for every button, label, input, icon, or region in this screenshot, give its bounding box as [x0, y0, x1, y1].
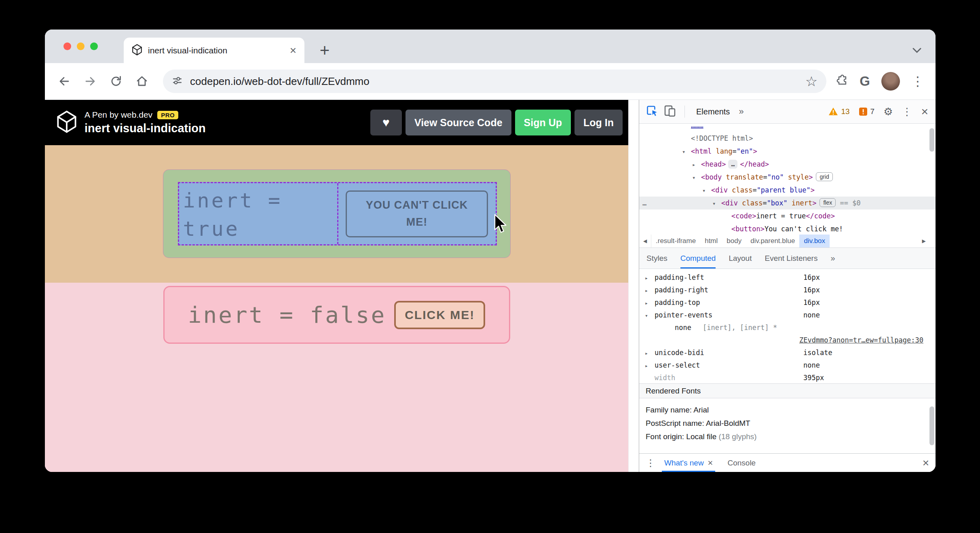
breadcrumb-item[interactable]: div.parent.blue — [746, 235, 799, 247]
issues-indicator[interactable]: 7 — [859, 107, 875, 116]
computed-property-row[interactable]: ▾pointer-eventsnone — [639, 309, 936, 321]
settings-gear-icon[interactable]: ⚙ — [883, 106, 893, 117]
breadcrumb-item[interactable]: .result-iframe — [651, 235, 700, 247]
tree-row[interactable]: ▾<div class="parent blue"> — [639, 184, 936, 197]
elements-scrollbar-thumb[interactable] — [929, 128, 934, 152]
browser-tab[interactable]: inert visual-indication × — [124, 38, 304, 63]
computed-property-row[interactable]: ▸unicode-bidiisolate — [639, 347, 936, 359]
rendered-fonts-header: Rendered Fonts — [639, 383, 936, 398]
tree-row[interactable]: …▾<div class="box" inert>flex == $0 — [639, 197, 936, 209]
tree-row[interactable]: <!DOCTYPE html> — [639, 132, 936, 145]
breadcrumb-item[interactable]: body — [722, 235, 746, 247]
drawer-tab-whats-new[interactable]: What's new × — [662, 454, 715, 472]
inert-true-code: inert = true — [179, 183, 337, 244]
font-info-line: PostScript name: Arial-BoldMT — [646, 417, 936, 430]
devtools-close-icon[interactable]: × — [921, 106, 928, 118]
twisty-icon[interactable]: ▸ — [645, 284, 655, 297]
extensions-puzzle-icon[interactable] — [835, 74, 848, 89]
twisty-icon[interactable]: ▸ — [692, 158, 701, 171]
google-icon[interactable]: G — [860, 74, 870, 89]
codepen-logo[interactable] — [56, 110, 77, 135]
profile-avatar[interactable] — [881, 72, 900, 91]
computed-property-row[interactable]: ▸padding-left16px — [639, 271, 936, 284]
subtab-styles[interactable]: Styles — [646, 248, 667, 269]
pen-byline[interactable]: A Pen by web.dev — [84, 110, 152, 120]
computed-property-row[interactable]: width395px — [639, 372, 936, 383]
code-segment-tag: <html — [691, 147, 712, 155]
trace-selector: [inert], [inert] * — [703, 324, 777, 332]
inspect-element-icon[interactable] — [645, 104, 659, 120]
drawer-menu-kebab-icon[interactable]: ⋮ — [646, 454, 655, 472]
subtab-computed[interactable]: Computed — [680, 248, 716, 269]
view-source-button[interactable]: View Source Code — [406, 110, 511, 135]
click-me-button[interactable]: CLICK ME! — [394, 301, 485, 329]
reload-icon[interactable] — [106, 71, 127, 92]
source-link[interactable]: ZEvdmmo?anon=tr…ew=fullpage:30 — [799, 336, 923, 344]
property-value: 16px — [803, 296, 820, 309]
twisty-icon[interactable]: ▸ — [645, 360, 655, 372]
computed-property-row[interactable]: ▸user-selectnone — [639, 359, 936, 372]
devtools-menu-kebab-icon[interactable]: ⋮ — [902, 106, 912, 117]
maximize-window-button[interactable] — [90, 42, 98, 50]
minimize-window-button[interactable] — [77, 42, 84, 50]
home-icon[interactable] — [131, 71, 152, 92]
page-scrollbar[interactable] — [628, 100, 639, 472]
toolbar-right-icons: G ⋮ — [835, 72, 924, 91]
drawer-tab-console[interactable]: Console — [725, 454, 758, 472]
breadcrumb-item[interactable]: div.box — [799, 235, 830, 247]
bookmark-star-icon[interactable]: ☆ — [805, 73, 817, 89]
property-trace-row[interactable]: none[inert], [inert] * — [639, 321, 936, 334]
twisty-icon[interactable]: ▾ — [702, 184, 711, 197]
device-toolbar-icon[interactable] — [663, 104, 677, 120]
tree-row[interactable]: <button>You can't click me! — [639, 222, 936, 235]
subtab-layout[interactable]: Layout — [729, 248, 752, 269]
code-segment-attr: style — [784, 173, 809, 181]
subtab-event-listeners[interactable]: Event Listeners — [765, 248, 817, 269]
warnings-indicator[interactable]: 13 — [828, 107, 849, 116]
twisty-icon[interactable]: ▾ — [692, 171, 701, 184]
breadcrumb-bar: ◀ .result-iframehtmlbodydiv.parent.blued… — [639, 235, 936, 248]
computed-scrollbar-thumb[interactable] — [929, 406, 934, 445]
log-in-button[interactable]: Log In — [574, 110, 623, 135]
computed-property-row[interactable]: ▸padding-top16px — [639, 296, 936, 309]
more-subtabs-icon[interactable]: » — [830, 248, 835, 269]
address-bar[interactable]: codepen.io/web-dot-dev/full/ZEvdmmo ☆ — [163, 70, 826, 93]
tree-row[interactable]: <code>inert = true</code> — [639, 209, 936, 222]
twisty-icon[interactable]: ▾ — [645, 309, 655, 322]
row-options-icon[interactable]: … — [642, 197, 647, 209]
tree-row[interactable]: ……… — [639, 124, 936, 132]
codepen-favicon — [132, 44, 142, 57]
tab-search-chevron-icon[interactable] — [907, 41, 927, 60]
twisty-icon[interactable]: ▾ — [682, 145, 691, 158]
love-button[interactable]: ♥ — [370, 110, 402, 135]
sign-up-button[interactable]: Sign Up — [515, 110, 571, 135]
computed-property-row[interactable]: ▸padding-right16px — [639, 284, 936, 296]
tab-close-icon[interactable]: × — [290, 45, 296, 56]
breadcrumb-scroll-left-icon[interactable]: ◀ — [639, 235, 651, 247]
twisty-icon[interactable]: ▸ — [645, 347, 655, 360]
url-text[interactable]: codepen.io/web-dot-dev/full/ZEvdmmo — [190, 75, 805, 88]
more-panels-icon[interactable]: » — [737, 106, 745, 117]
breadcrumb-item[interactable]: html — [700, 235, 722, 247]
twisty-icon[interactable]: ▸ — [645, 297, 655, 309]
twisty-icon[interactable]: ▸ — [645, 272, 655, 284]
tab-elements[interactable]: Elements — [692, 107, 734, 116]
close-window-button[interactable] — [63, 42, 71, 50]
new-tab-button[interactable]: + — [313, 39, 336, 62]
property-name: user-select — [655, 361, 700, 369]
twisty-icon[interactable]: ▾ — [712, 197, 721, 210]
drawer-close-icon[interactable]: × — [923, 454, 929, 472]
window-controls — [63, 42, 98, 50]
back-icon[interactable] — [54, 71, 75, 92]
close-icon[interactable]: × — [708, 458, 713, 468]
breadcrumb-scroll-right-icon[interactable]: ▶ — [918, 235, 930, 247]
forward-icon[interactable] — [80, 71, 101, 92]
site-info-icon[interactable] — [172, 75, 183, 88]
computed-pane: ▸padding-left16px▸padding-right16px▸padd… — [639, 269, 936, 383]
tree-row[interactable]: ▸<head>…</head> — [639, 158, 936, 171]
tree-row[interactable]: ▾<body translate="no" style>grid — [639, 171, 936, 184]
code-segment-tag: </code> — [806, 212, 835, 220]
browser-menu-kebab-icon[interactable]: ⋮ — [911, 74, 924, 89]
code-segment-gray: == $0 — [836, 199, 860, 207]
tree-row[interactable]: ▾<html lang="en"> — [639, 145, 936, 158]
